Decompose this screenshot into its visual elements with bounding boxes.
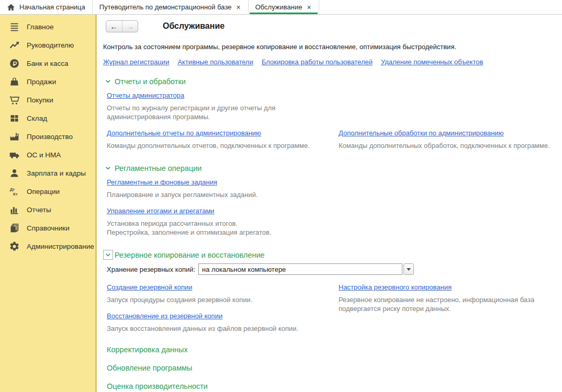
svg-text:Дт: Дт (10, 187, 15, 192)
sidebar: Главное Руководителю Банк и касса Продаж… (0, 15, 97, 392)
sidebar-item-bank[interactable]: Банк и касса (0, 54, 95, 73)
sidebar-item-label: Отчеты (27, 206, 51, 214)
section-title: Обновление программы (107, 364, 193, 372)
section-title: Оценка производительности (107, 382, 208, 390)
sidebar-item-label: ОС и НМА (27, 151, 61, 159)
section-title: Отчеты и обработки (115, 77, 186, 86)
section-data-correction-header[interactable]: Корректировка данных (104, 345, 562, 354)
sidebar-item-label: Справочники (27, 224, 70, 232)
sidebar-item-manager[interactable]: Руководителю (0, 36, 95, 54)
tab-maintenance[interactable]: Обслуживание × (249, 0, 319, 14)
description-text: Запуск восстановления данных из файлов р… (107, 324, 339, 333)
section-title: Регламентные операции (115, 164, 201, 172)
link-user-lock[interactable]: Блокировка работы пользователей (262, 58, 373, 66)
shopping-cart-icon (9, 95, 20, 106)
section-performance-header[interactable]: Оценка производительности (104, 382, 562, 390)
sidebar-item-label: Производство (27, 133, 73, 141)
close-icon[interactable]: × (235, 4, 241, 11)
bar-chart-icon (9, 204, 20, 215)
link-extra-reports[interactable]: Дополнительные отчеты по администрирован… (107, 129, 261, 137)
link-totals-management[interactable]: Управление итогами и агрегатами (107, 207, 215, 215)
section-backup-header[interactable]: Резервное копирование и восстановление (104, 250, 562, 259)
link-restore-backup[interactable]: Восстановление из резервной копии (107, 312, 222, 320)
sidebar-item-label: Зарплата и кадры (27, 169, 86, 177)
person-icon (9, 168, 20, 179)
svg-text:Кт: Кт (13, 192, 18, 197)
page-description: Контроль за состоянием программы, резерв… (103, 43, 562, 51)
tab-guide[interactable]: Путеводитель по демонстрационной базе × (93, 0, 249, 14)
debit-credit-icon: ДтКт (9, 186, 20, 197)
chevron-right-icon (104, 386, 105, 387)
chevron-down-icon (104, 77, 113, 86)
tab-label: Обслуживание (255, 3, 302, 11)
truck-icon (9, 149, 20, 160)
forward-button[interactable]: → (122, 21, 138, 32)
close-icon[interactable]: × (306, 4, 311, 11)
link-backup-settings[interactable]: Настройка резервного копирования (339, 283, 452, 291)
shopping-bag-icon (9, 76, 20, 87)
maintenance-page: ← → Обслуживание Контроль за состоянием … (97, 15, 562, 392)
link-create-backup[interactable]: Создание резервной копии (107, 283, 193, 291)
tab-home[interactable]: Начальная страница (0, 0, 93, 14)
trend-chart-icon (9, 40, 20, 51)
home-icon (7, 3, 15, 11)
storage-grid-icon (9, 113, 20, 124)
section-title: Корректировка данных (107, 345, 188, 354)
back-button[interactable]: ← (106, 21, 122, 32)
chevron-down-icon (407, 268, 411, 271)
sidebar-item-operations[interactable]: ДтКт Операции (0, 182, 95, 201)
description-text: Запуск процедуры создания резервной копи… (107, 295, 339, 304)
history-nav: ← → (106, 20, 138, 32)
sidebar-item-production[interactable]: Производство (0, 128, 95, 146)
description-text: Планирование и запуск регламентных задан… (107, 190, 562, 199)
chevron-down-icon (104, 164, 113, 172)
sidebar-item-warehouse[interactable]: Склад (0, 109, 95, 128)
dropdown-button[interactable] (403, 263, 414, 275)
description-text: Команды дополнительных обработок, подклю… (339, 141, 562, 150)
tab-label: Начальная страница (19, 3, 85, 11)
factory-icon (9, 131, 20, 142)
sidebar-item-label: Покупки (27, 96, 53, 104)
chevron-down-icon (104, 250, 113, 259)
sidebar-item-payroll[interactable]: Зарплата и кадры (0, 164, 95, 182)
storage-label: Хранение резервных копий: (107, 266, 195, 273)
sidebar-item-assets[interactable]: ОС и НМА (0, 146, 95, 164)
tab-bar: Начальная страница Путеводитель по демон… (0, 0, 562, 15)
sidebar-item-administration[interactable]: Администрирование (0, 237, 95, 256)
section-reports-header[interactable]: Отчеты и обработки (104, 77, 562, 86)
sidebar-item-label: Администрирование (27, 243, 94, 250)
sidebar-item-purchases[interactable]: Покупки (0, 91, 95, 109)
sidebar-item-label: Банк и касса (27, 60, 69, 67)
section-scheduled-body: Регламентные и фоновые задания Планирова… (107, 177, 562, 237)
section-backup-body: Создание резервной копии Запуск процедур… (107, 275, 562, 333)
section-app-update-header[interactable]: Обновление программы (104, 364, 562, 372)
menu-icon (9, 21, 20, 32)
section-reports-body: Отчеты администратора Отчеты по журналу … (107, 90, 562, 150)
ruble-coin-icon (9, 58, 20, 69)
chevron-right-icon (104, 349, 105, 350)
sidebar-item-reports[interactable]: Отчеты (0, 201, 95, 219)
link-extra-processing[interactable]: Дополнительные обработки по администриро… (339, 129, 504, 137)
link-active-users[interactable]: Активные пользователи (177, 58, 253, 66)
storage-select[interactable] (198, 263, 402, 275)
sidebar-item-label: Главное (27, 23, 54, 31)
link-scheduled-jobs[interactable]: Регламентные и фоновые задания (107, 178, 217, 186)
link-admin-reports[interactable]: Отчеты администратора (107, 91, 184, 99)
section-title: Резервное копирование и восстановление (115, 251, 265, 259)
description-text: Команды дополнительных отчетов, подключе… (107, 141, 339, 150)
quick-links: Журнал регистрации Активные пользователи… (103, 58, 562, 66)
description-text: Установка периода рассчитанных итогов. П… (107, 219, 562, 237)
catalog-pages-icon (9, 223, 20, 234)
chevron-right-icon (104, 367, 105, 368)
page-title: Обслуживание (163, 21, 224, 31)
sidebar-item-label: Операции (27, 188, 60, 195)
backup-storage-row: Хранение резервных копий: (107, 263, 562, 275)
sidebar-item-catalogs[interactable]: Справочники (0, 219, 95, 237)
gear-icon (9, 241, 20, 252)
sidebar-item-label: Руководителю (27, 41, 74, 49)
link-delete-marked[interactable]: Удаление помеченных объектов (381, 58, 483, 66)
sidebar-item-sales[interactable]: Продажи (0, 73, 95, 91)
link-event-log[interactable]: Журнал регистрации (103, 58, 169, 66)
section-scheduled-header[interactable]: Регламентные операции (104, 164, 562, 172)
sidebar-item-main[interactable]: Главное (0, 18, 95, 36)
